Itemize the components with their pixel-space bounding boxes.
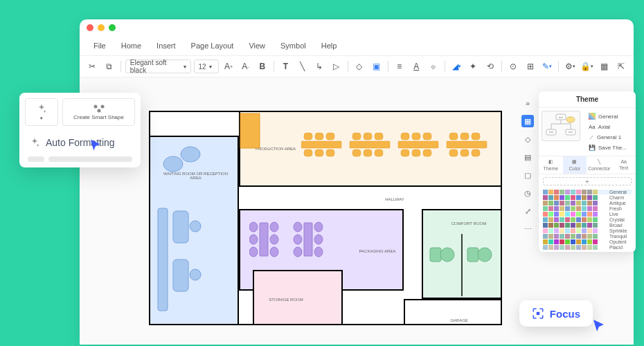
svg-rect-31 (158, 208, 168, 311)
svg-rect-28 (240, 113, 260, 148)
close-traffic-light[interactable] (87, 24, 93, 31)
svg-rect-18 (401, 149, 409, 156)
lock-icon[interactable]: 🔒▾ (580, 59, 594, 74)
swatch-row[interactable]: Crystal (543, 217, 632, 222)
swatch (587, 195, 592, 200)
swatch-row[interactable]: Opulent (543, 239, 632, 244)
swatch (587, 206, 592, 211)
fill-color-icon[interactable]: ◢▾ (449, 59, 463, 74)
swatch (571, 206, 575, 211)
swatch-row[interactable]: General (543, 190, 632, 194)
swatch (582, 217, 587, 222)
swatch-row[interactable]: Live (543, 212, 632, 217)
right-sidebar: » ▦ ◇ ▤ ▢ ◷ ⤢ ⋯ (519, 97, 537, 235)
distribute-icon[interactable]: ⟐ (426, 59, 440, 74)
zoom-traffic-light[interactable] (109, 24, 116, 31)
tab-connector[interactable]: ╲Connector (587, 156, 611, 174)
crop-icon[interactable]: ⟲ (483, 59, 497, 74)
swatch (593, 234, 598, 239)
create-smart-shape-button[interactable]: Create Smart Shape (62, 98, 135, 126)
swatch-row[interactable]: Placid (543, 245, 632, 250)
sparkle-button[interactable]: ▾ (25, 98, 58, 126)
svg-point-39 (249, 247, 258, 257)
group-icon[interactable]: ▣ (369, 59, 383, 74)
crop-tool-icon[interactable]: ✦ (466, 59, 480, 74)
menu-view[interactable]: View (242, 39, 272, 53)
theme-item-general1[interactable]: ⟋General 1 (586, 132, 633, 143)
swatch-row[interactable]: Fresh (543, 206, 632, 211)
swatch-row[interactable]: Charm (543, 195, 632, 200)
menu-file[interactable]: File (87, 39, 113, 53)
swatch (565, 245, 570, 250)
add-theme-button[interactable]: + (543, 177, 632, 185)
layers-icon[interactable]: ◇ (352, 59, 366, 74)
menu-symbol[interactable]: Symbol (274, 39, 313, 53)
table-icon[interactable]: ⊞ (523, 59, 537, 74)
swatch-row-label: Opulent (609, 239, 632, 244)
svg-point-55 (93, 104, 97, 108)
swatch (543, 234, 548, 239)
auto-formatting-button[interactable]: Auto Formatting (25, 133, 135, 152)
font-size-select[interactable]: 12▾ (194, 60, 219, 73)
tab-color[interactable]: ▦Color (563, 156, 587, 174)
swatch-row[interactable]: Broad (543, 223, 632, 228)
menu-home[interactable]: Home (114, 39, 148, 53)
swatch-row[interactable]: Tranquil (543, 234, 632, 239)
swatch (543, 195, 548, 200)
more-nav-icon[interactable]: ⋯ (521, 223, 534, 235)
swatch-row-label: Crystal (609, 217, 632, 222)
text-tool-icon[interactable]: T (278, 59, 292, 74)
swatch (548, 234, 553, 239)
svg-point-29 (181, 147, 200, 162)
menu-page-layout[interactable]: Page Layout (184, 39, 241, 53)
swatch (576, 212, 581, 217)
swatch (565, 228, 570, 233)
pointer-tool-icon[interactable]: ▷ (329, 59, 343, 74)
copy-icon[interactable]: ⧉ (102, 59, 116, 74)
cut-icon[interactable]: ✂ (85, 59, 99, 74)
swatch-row[interactable]: Sprinkle (543, 228, 632, 233)
text-align-icon[interactable]: A (409, 59, 423, 74)
menu-help[interactable]: Help (314, 39, 344, 53)
bold-icon[interactable]: B (256, 59, 269, 74)
layers-nav-icon[interactable]: ▤ (521, 151, 534, 163)
swatch-row-label: Charm (609, 195, 632, 200)
save-icon: 💾 (589, 145, 596, 151)
search-icon[interactable]: ⊙ (506, 59, 520, 74)
tab-theme[interactable]: ◧Theme (539, 156, 563, 174)
swatch (571, 223, 575, 228)
theme-nav-icon[interactable]: ▦ (521, 115, 534, 127)
swatch (548, 245, 553, 250)
storage-label: STORAGE ROOM (265, 298, 307, 302)
expand-nav-icon[interactable]: ⤢ (521, 205, 534, 217)
svg-text:text: text (569, 130, 573, 134)
theme-item-save[interactable]: 💾Save The... (586, 143, 633, 153)
page-nav-icon[interactable]: ▢ (521, 169, 534, 181)
swatch (587, 223, 592, 228)
pen-color-icon[interactable]: ✎▾ (540, 59, 554, 74)
connector-tool-icon[interactable]: ↳ (312, 59, 326, 74)
minimize-traffic-light[interactable] (98, 24, 105, 31)
comfort-fixtures (424, 234, 501, 296)
font-name-select[interactable]: Elegant soft black▾ (125, 60, 191, 73)
theme-item-general[interactable]: General (586, 111, 633, 122)
swatch (571, 190, 575, 194)
line-tool-icon[interactable]: ╲ (296, 59, 310, 74)
swatch (560, 234, 564, 239)
font-shrink-icon[interactable]: A- (238, 59, 252, 74)
history-nav-icon[interactable]: ◷ (521, 187, 534, 199)
tab-text[interactable]: AaText (611, 156, 636, 174)
swatch-row[interactable]: Antique (543, 201, 632, 206)
settings-icon[interactable]: ⚙▾ (563, 59, 577, 74)
export-icon[interactable]: ⇱ (614, 59, 628, 74)
collapse-icon[interactable]: » (521, 97, 534, 109)
menu-insert[interactable]: Insert (150, 39, 183, 53)
shape-nav-icon[interactable]: ◇ (521, 133, 534, 145)
align-icon[interactable]: ≡ (393, 59, 406, 74)
theme-item-axial[interactable]: AaAxial (586, 122, 633, 132)
grid-icon[interactable]: ▦ (597, 59, 611, 74)
focus-button[interactable]: Focus (519, 300, 593, 327)
swatch (576, 195, 581, 200)
font-grow-icon[interactable]: A+ (222, 59, 235, 74)
svg-rect-9 (364, 133, 372, 140)
